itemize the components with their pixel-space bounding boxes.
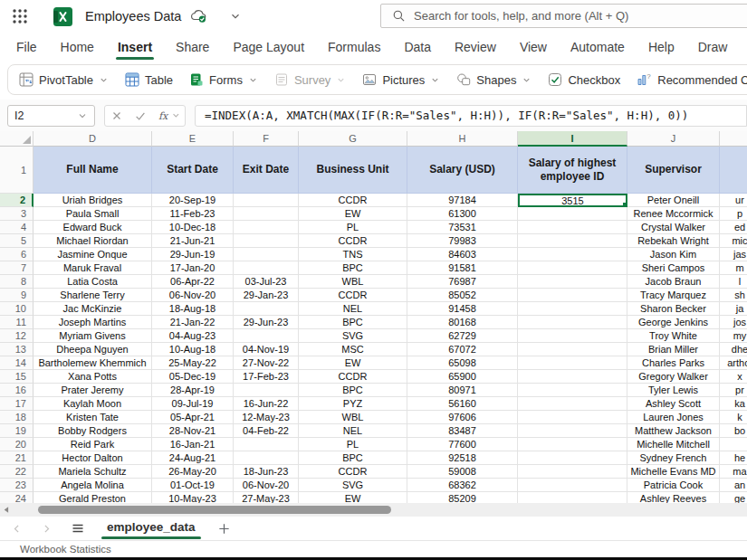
add-sheet-icon[interactable]	[217, 522, 231, 536]
cell-k18[interactable]: k	[720, 411, 747, 424]
cell-k24[interactable]: ge	[720, 492, 747, 503]
cell-J9[interactable]: Tracy Marquez	[627, 289, 720, 302]
cell-J22[interactable]: Michelle Evans MD	[627, 465, 720, 479]
cell-G15[interactable]: CCDR	[299, 370, 407, 384]
cell-D20[interactable]: Reid Park	[34, 438, 152, 451]
cell-G7[interactable]: BPC	[299, 261, 407, 275]
cell-E13[interactable]: 10-Aug-18	[152, 343, 234, 356]
menu-tab-help[interactable]: Help	[646, 36, 676, 58]
cell-F19[interactable]: 04-Feb-22	[234, 424, 299, 438]
cell-I9[interactable]	[518, 289, 627, 302]
cell-D23[interactable]: Angela Molina	[34, 479, 152, 492]
cell-J18[interactable]: Lauren Jones	[627, 411, 720, 424]
table-button[interactable]: Table	[121, 66, 177, 93]
menu-tab-formulas[interactable]: Formulas	[326, 36, 382, 58]
cell-k13[interactable]: dhe	[720, 343, 747, 356]
menu-tab-page-layout[interactable]: Page Layout	[231, 36, 306, 58]
cell-I18[interactable]	[518, 411, 627, 424]
cell-D24[interactable]: Gerald Preston	[34, 492, 152, 503]
cell-G22[interactable]: CCDR	[299, 465, 407, 479]
cell-F17[interactable]: 16-Jun-22	[234, 397, 299, 411]
menu-tab-draw[interactable]: Draw	[696, 36, 730, 58]
cell-G16[interactable]: BPC	[299, 384, 407, 397]
cell-I15[interactable]	[518, 370, 627, 384]
cell-G2[interactable]: CCDR	[299, 194, 407, 207]
cell-k5[interactable]: mic	[720, 234, 747, 248]
cell-J3[interactable]: Renee Mccormick	[627, 207, 720, 221]
cell-F13[interactable]: 04-Nov-19	[234, 343, 299, 356]
cell-F3[interactable]	[234, 207, 299, 221]
cell-G5[interactable]: CCDR	[299, 234, 407, 248]
cell-D5[interactable]: Michael Riordan	[34, 234, 152, 248]
shapes-button[interactable]: Shapes	[453, 66, 535, 93]
cell-F14[interactable]: 27-Nov-22	[234, 356, 299, 370]
column-header-H[interactable]: H	[407, 131, 518, 147]
row-header-10[interactable]: 10	[0, 302, 34, 316]
cell-H17[interactable]: 56160	[407, 397, 518, 411]
cell-G6[interactable]: TNS	[299, 248, 407, 261]
cell-H3[interactable]: 61300	[407, 207, 518, 221]
cell-k16[interactable]: pr	[720, 384, 747, 397]
survey-button[interactable]: Survey	[271, 66, 350, 93]
menu-tab-insert[interactable]: Insert	[116, 36, 154, 58]
cell-k7[interactable]: m	[720, 261, 747, 275]
cell-F16[interactable]	[234, 384, 299, 397]
cell-G14[interactable]: EW	[299, 356, 407, 370]
cell-k23[interactable]: an	[720, 479, 747, 492]
cell-H13[interactable]: 67072	[407, 343, 518, 356]
excel-logo-icon[interactable]	[53, 7, 72, 26]
all-sheets-menu-icon[interactable]	[71, 521, 85, 536]
cell-I22[interactable]	[518, 465, 627, 479]
row-header-22[interactable]: 22	[0, 465, 34, 479]
cell-E5[interactable]: 21-Jun-21	[152, 234, 234, 248]
row-header-2[interactable]: 2	[0, 194, 34, 207]
menu-tab-share[interactable]: Share	[174, 36, 211, 58]
column-header-D[interactable]: D	[34, 131, 152, 147]
name-box[interactable]: I2	[7, 105, 95, 127]
cell-F23[interactable]: 06-Nov-20	[234, 479, 299, 492]
column-header-E[interactable]: E	[152, 131, 234, 147]
cell-G4[interactable]: PL	[299, 221, 407, 234]
cell-G23[interactable]: SVG	[299, 479, 407, 492]
cell-G9[interactable]: CCDR	[299, 289, 407, 302]
cell-G12[interactable]: SVG	[299, 329, 407, 343]
cell-J15[interactable]: Gregory Walker	[627, 370, 720, 384]
row-header-7[interactable]: 7	[0, 261, 34, 275]
menu-tab-home[interactable]: Home	[59, 36, 96, 58]
header-cell-I1[interactable]: Salary of highest employee ID	[518, 147, 627, 194]
header-cell-J1[interactable]: Supervisor	[627, 147, 720, 194]
cell-F2[interactable]	[234, 194, 299, 207]
row-header-1[interactable]: 1	[0, 147, 34, 194]
cell-D2[interactable]: Uriah Bridges	[34, 194, 152, 207]
cell-H5[interactable]: 79983	[407, 234, 518, 248]
cell-J5[interactable]: Rebekah Wright	[627, 234, 720, 248]
cell-E18[interactable]: 05-Apr-21	[152, 411, 234, 424]
cell-D18[interactable]: Kristen Tate	[34, 411, 152, 424]
row-header-13[interactable]: 13	[0, 343, 34, 356]
row-header-21[interactable]: 21	[0, 451, 34, 465]
cell-G19[interactable]: NEL	[299, 424, 407, 438]
cell-I14[interactable]	[518, 356, 627, 370]
search-bar[interactable]	[380, 4, 747, 28]
app-launcher-icon[interactable]	[12, 8, 28, 24]
cell-D19[interactable]: Bobby Rodgers	[34, 424, 152, 438]
row-header-9[interactable]: 9	[0, 289, 34, 302]
cell-J19[interactable]: Matthew Jackson	[627, 424, 720, 438]
cell-E12[interactable]: 04-Aug-23	[152, 329, 234, 343]
cell-k4[interactable]: ed	[720, 221, 747, 234]
cell-H4[interactable]: 73531	[407, 221, 518, 234]
column-header-I[interactable]: I	[518, 131, 627, 147]
row-header-15[interactable]: 15	[0, 370, 34, 384]
cell-D21[interactable]: Hector Dalton	[34, 451, 152, 465]
cell-D22[interactable]: Mariela Schultz	[34, 465, 152, 479]
cell-E3[interactable]: 11-Feb-23	[152, 207, 234, 221]
cell-I5[interactable]	[518, 234, 627, 248]
cell-E6[interactable]: 29-Jun-19	[152, 248, 234, 261]
menu-tab-file[interactable]: File	[14, 36, 39, 58]
cell-J21[interactable]: Sydney French	[627, 451, 720, 465]
cell-G10[interactable]: NEL	[299, 302, 407, 316]
cell-J2[interactable]: Peter Oneill	[627, 194, 720, 207]
row-header-8[interactable]: 8	[0, 275, 34, 289]
cell-D7[interactable]: Maruk Fraval	[34, 261, 152, 275]
cell-H24[interactable]: 85209	[407, 492, 518, 503]
